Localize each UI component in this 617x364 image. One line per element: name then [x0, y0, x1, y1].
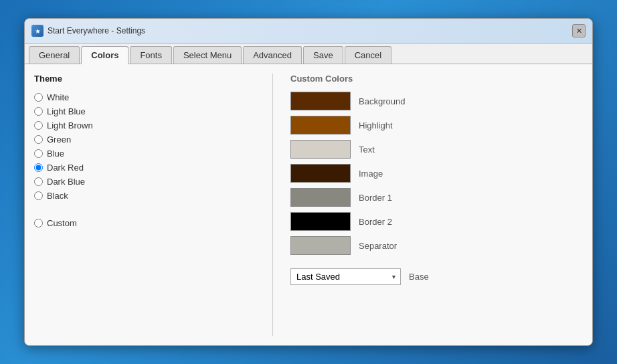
custom-colors-title: Custom Colors [290, 74, 583, 84]
color-row-image: Image [290, 164, 583, 183]
theme-panel: Theme White Light Blue Light Brown Green… [34, 74, 262, 336]
color-swatch-border1[interactable] [290, 188, 351, 207]
theme-title: Theme [34, 74, 262, 84]
theme-label-white: White [47, 92, 69, 102]
close-button[interactable]: ✕ [572, 24, 586, 37]
color-row-separator: Separator [290, 236, 583, 255]
theme-option-dark-red[interactable]: Dark Red [34, 161, 262, 175]
theme-label-dark-blue: Dark Blue [47, 177, 85, 187]
color-row-background: Background [290, 92, 583, 110]
tab-cancel[interactable]: Cancel [345, 46, 391, 64]
title-bar-left: ★ Start Everywhere - Settings [31, 25, 145, 37]
color-row-text: Text [290, 140, 583, 159]
app-icon: ★ [31, 25, 43, 37]
theme-radio-dark-blue[interactable] [34, 177, 43, 186]
theme-radio-custom[interactable] [34, 219, 43, 227]
color-swatch-image[interactable] [290, 164, 351, 183]
theme-label-black: Black [47, 191, 68, 201]
color-row-border2: Border 2 [290, 212, 583, 231]
theme-option-custom[interactable]: Custom [34, 216, 262, 230]
color-row-highlight: Highlight [290, 116, 583, 134]
window-title: Start Everywhere - Settings [48, 26, 145, 35]
preset-dropdown[interactable]: Last Saved Default Custom [290, 268, 401, 285]
theme-option-dark-blue[interactable]: Dark Blue [34, 175, 262, 189]
title-bar: ★ Start Everywhere - Settings ✕ [25, 19, 592, 43]
color-label-border2: Border 2 [359, 217, 392, 227]
theme-radio-white[interactable] [34, 93, 43, 102]
tab-select-menu[interactable]: Select Menu [173, 46, 242, 64]
color-swatch-separator[interactable] [290, 236, 351, 255]
tab-general[interactable]: General [29, 46, 80, 64]
theme-label-green: Green [47, 134, 71, 145]
content-area: Theme White Light Blue Light Brown Green… [25, 64, 592, 345]
tab-bar: General Colors Fonts Select Menu Advance… [25, 43, 592, 64]
tab-colors[interactable]: Colors [81, 46, 128, 64]
color-label-image: Image [359, 169, 383, 179]
color-label-background: Background [359, 96, 405, 106]
tab-fonts[interactable]: Fonts [130, 46, 172, 64]
theme-option-white[interactable]: White [34, 90, 262, 104]
theme-label-light-brown: Light Brown [47, 120, 93, 130]
theme-label-dark-red: Dark Red [47, 163, 84, 173]
color-swatch-text[interactable] [290, 140, 351, 159]
theme-radio-dark-red[interactable] [34, 163, 43, 172]
theme-radio-light-blue[interactable] [34, 107, 43, 116]
color-swatch-border2[interactable] [290, 212, 351, 231]
theme-radio-black[interactable] [34, 191, 43, 200]
color-label-separator: Separator [359, 241, 397, 251]
color-row-border1: Border 1 [290, 188, 583, 207]
theme-option-light-brown[interactable]: Light Brown [34, 118, 262, 132]
color-swatch-highlight[interactable] [290, 116, 351, 134]
settings-window: ★ Start Everywhere - Settings ✕ General … [24, 18, 593, 346]
theme-radio-light-brown[interactable] [34, 121, 43, 130]
custom-colors-panel: Custom Colors Background Highlight Text … [284, 74, 583, 336]
theme-option-green[interactable]: Green [34, 132, 262, 147]
theme-option-blue[interactable]: Blue [34, 147, 262, 161]
theme-radio-green[interactable] [34, 135, 43, 144]
theme-label-custom: Custom [47, 218, 77, 228]
theme-option-light-blue[interactable]: Light Blue [34, 104, 262, 118]
bottom-row: Last Saved Default Custom Base [290, 268, 583, 285]
tab-save[interactable]: Save [303, 46, 343, 64]
theme-label-light-blue: Light Blue [47, 106, 86, 116]
color-label-highlight: Highlight [359, 120, 393, 130]
theme-label-blue: Blue [47, 149, 64, 159]
theme-radio-blue[interactable] [34, 149, 43, 158]
preset-dropdown-wrapper: Last Saved Default Custom [290, 268, 401, 285]
vertical-divider [272, 74, 273, 336]
color-label-text: Text [359, 145, 375, 155]
base-button[interactable]: Base [409, 272, 429, 282]
color-label-border1: Border 1 [359, 193, 392, 203]
color-swatch-background[interactable] [290, 92, 351, 110]
theme-option-black[interactable]: Black [34, 189, 262, 203]
tab-advanced[interactable]: Advanced [243, 46, 302, 64]
